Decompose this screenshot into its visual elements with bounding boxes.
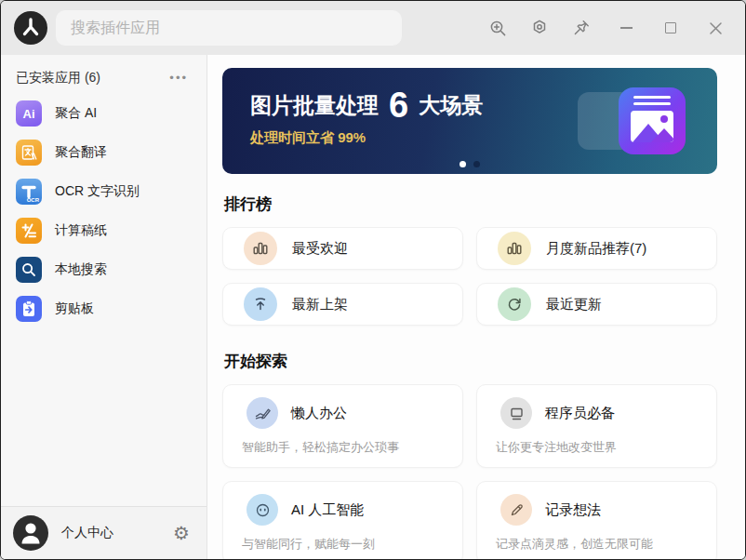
- sidebar-item-label: 本地搜索: [55, 261, 107, 278]
- explore-card-lazy-office[interactable]: 懒人办公 智能助手，轻松搞定办公琐事: [222, 384, 463, 468]
- rank-card-label: 最新上架: [292, 296, 348, 313]
- sidebar-item-local-search[interactable]: 本地搜索: [1, 250, 206, 289]
- sidebar-item-ocr[interactable]: OCR OCR 文字识别: [1, 172, 206, 211]
- explore-card-title: 懒人办公: [291, 405, 347, 422]
- sidebar-item-label: 计算稿纸: [55, 222, 107, 239]
- calculator-app-icon: [16, 218, 42, 244]
- explore-card-ai[interactable]: AI 人工智能 与智能同行，赋能每一刻: [222, 481, 463, 559]
- app-logo-icon: [14, 11, 47, 45]
- sidebar-item-juhe-fanyi[interactable]: 聚合翻译: [1, 133, 206, 172]
- explore-card-desc: 记录点滴灵感，创造无限可能: [496, 536, 698, 553]
- rank-card-label: 最近更新: [546, 296, 602, 313]
- installed-apps-label: 已安装应用 (6): [16, 70, 100, 87]
- translate-app-icon: [16, 140, 42, 166]
- sidebar-item-label: 聚合 AI: [55, 105, 97, 122]
- carousel-dots: [460, 161, 480, 167]
- ai-app-icon: Ai: [16, 100, 42, 127]
- refresh-icon: [498, 287, 531, 321]
- close-button[interactable]: [706, 19, 725, 37]
- explore-card-desc: 智能助手，轻松搞定办公琐事: [242, 439, 444, 456]
- maximize-button[interactable]: [661, 19, 680, 37]
- bar-chart-icon: [498, 232, 531, 265]
- carousel-dot[interactable]: [473, 161, 480, 167]
- ocr-app-icon: OCR: [16, 179, 42, 205]
- sidebar-item-label: OCR 文字识别: [55, 183, 140, 200]
- sidebar-item-juhe-ai[interactable]: Ai 聚合 AI: [1, 94, 206, 133]
- explore-card-desc: 与智能同行，赋能每一刻: [242, 536, 444, 553]
- search-input[interactable]: [56, 10, 402, 46]
- gear-icon[interactable]: ⚙: [173, 522, 190, 544]
- sidebar-item-clipboard[interactable]: 剪贴板: [1, 289, 206, 328]
- settings-hexagon-icon[interactable]: [530, 19, 549, 37]
- rank-card-newly-listed[interactable]: 最新上架: [222, 283, 463, 326]
- explore-section-heading: 开始探索: [224, 351, 717, 372]
- profile-label: 个人中心: [61, 525, 113, 541]
- rank-card-most-popular[interactable]: 最受欢迎: [222, 227, 463, 270]
- bar-chart-icon: [244, 232, 277, 265]
- rank-section-heading: 排行榜: [224, 193, 717, 215]
- monitor-icon: [500, 397, 532, 429]
- banner-number: 6: [389, 87, 408, 123]
- zoom-in-icon[interactable]: [488, 19, 507, 37]
- local-search-app-icon: [16, 257, 42, 283]
- titlebar-actions: [465, 19, 725, 37]
- pin-icon[interactable]: [572, 19, 591, 37]
- avatar: [13, 515, 48, 551]
- minimize-button[interactable]: [617, 19, 635, 37]
- more-options-icon[interactable]: •••: [169, 74, 188, 82]
- explore-card-title: 程序员必备: [545, 405, 615, 422]
- sidebar: 已安装应用 (6) ••• Ai 聚合 AI 聚合翻译: [1, 55, 207, 559]
- sidebar-item-label: 聚合翻译: [55, 144, 107, 161]
- sidebar-item-jisuan-gaozhi[interactable]: 计算稿纸: [1, 211, 206, 250]
- robot-face-icon: [246, 494, 278, 526]
- sidebar-item-label: 剪贴板: [55, 300, 94, 317]
- explore-card-title: AI 人工智能: [291, 501, 364, 519]
- profile-bar[interactable]: 个人中心 ⚙: [1, 506, 206, 559]
- app-window: 已安装应用 (6) ••• Ai 聚合 AI 聚合翻译: [0, 0, 746, 560]
- rank-card-monthly-new[interactable]: 月度新品推荐(7): [476, 227, 717, 270]
- pen-signature-icon: [246, 397, 278, 429]
- image-batch-icon: [619, 87, 686, 154]
- clipboard-app-icon: [16, 296, 42, 322]
- upload-arrow-icon: [244, 287, 277, 321]
- explore-card-desc: 让你更专注地改变世界: [496, 439, 698, 456]
- pencil-icon: [500, 494, 532, 526]
- titlebar: [1, 1, 745, 55]
- rank-card-label: 月度新品推荐(7): [546, 240, 646, 258]
- explore-card-title: 记录想法: [545, 501, 601, 519]
- explore-card-grid: 懒人办公 智能助手，轻松搞定办公琐事 程序员必备 让: [222, 384, 717, 559]
- rank-card-recently-updated[interactable]: 最近更新: [476, 283, 717, 326]
- explore-card-ideas[interactable]: 记录想法 记录点滴灵感，创造无限可能: [476, 481, 717, 559]
- main-content: 图片批量处理6大场景 处理时间立省 99%: [207, 55, 745, 559]
- explore-card-programmer[interactable]: 程序员必备 让你更专注地改变世界: [476, 384, 717, 468]
- rank-card-label: 最受欢迎: [292, 240, 348, 258]
- promo-banner[interactable]: 图片批量处理6大场景 处理时间立省 99%: [222, 68, 717, 174]
- carousel-dot-active[interactable]: [460, 161, 466, 167]
- rank-card-grid: 最受欢迎 月度新品推荐(7): [222, 227, 717, 326]
